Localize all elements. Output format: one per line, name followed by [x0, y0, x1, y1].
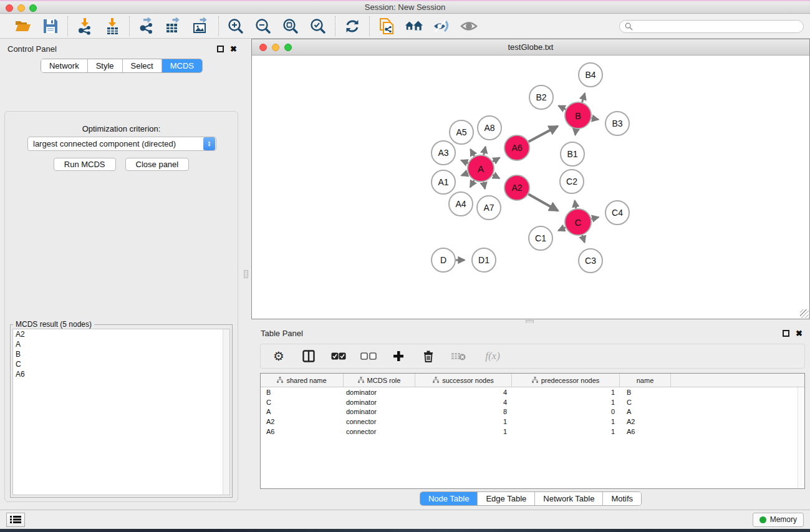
edge-A-A7[interactable]: [483, 182, 485, 189]
network-minimize-icon[interactable]: [272, 44, 279, 51]
close-window-icon[interactable]: [6, 4, 13, 12]
node-A5[interactable]: A5: [450, 120, 473, 144]
node-C[interactable]: C: [565, 209, 591, 235]
edge-A-A2[interactable]: [493, 175, 499, 178]
tab-mcds[interactable]: MCDS: [162, 59, 202, 72]
edge-B-B3[interactable]: [592, 118, 599, 119]
tab-style[interactable]: Style: [87, 59, 122, 72]
node-B1[interactable]: B1: [561, 142, 584, 166]
edge-B-B2[interactable]: [559, 106, 566, 110]
float-panel-icon[interactable]: [217, 46, 224, 52]
save-session-icon[interactable]: [41, 17, 60, 36]
edge-C-C2[interactable]: [575, 201, 576, 209]
edge-A-A8[interactable]: [484, 147, 486, 155]
close-panel-icon[interactable]: ✖: [230, 46, 237, 52]
node-C4[interactable]: C4: [605, 201, 629, 225]
edge-C-C3[interactable]: [582, 235, 585, 243]
table-row[interactable]: Cdominator41C: [261, 397, 804, 407]
zoom-selected-icon[interactable]: [309, 17, 327, 36]
column-header-successor-nodes[interactable]: successor nodes: [415, 374, 512, 387]
tab-node-table[interactable]: Node Table: [420, 492, 478, 505]
edge-C-C1[interactable]: [558, 228, 565, 231]
network-zoom-icon[interactable]: [284, 44, 292, 51]
function-builder-icon[interactable]: f(x): [480, 348, 505, 364]
import-network-icon[interactable]: [75, 17, 94, 36]
edge-A6-B[interactable]: [529, 126, 558, 142]
select-all-rows-icon[interactable]: [330, 348, 347, 364]
export-image-icon[interactable]: [192, 17, 211, 36]
zoom-window-icon[interactable]: [29, 4, 37, 12]
node-B[interactable]: B: [565, 102, 591, 128]
node-B3[interactable]: B3: [605, 112, 629, 135]
table-row[interactable]: A2connector11A2: [261, 417, 804, 427]
tab-select[interactable]: Select: [122, 59, 162, 72]
window-resize-grip[interactable]: [800, 309, 809, 318]
edge-A-A1[interactable]: [461, 173, 468, 176]
edge-B-B1[interactable]: [575, 129, 576, 135]
criterion-dropdown[interactable]: largest connected component (directed) ▲…: [27, 137, 216, 151]
task-history-button[interactable]: [6, 513, 25, 527]
node-A[interactable]: A: [468, 155, 494, 181]
deselect-all-rows-icon[interactable]: [360, 348, 377, 364]
table-scrollbar[interactable]: [798, 387, 804, 488]
node-A4[interactable]: A4: [449, 192, 473, 216]
clone-network-icon[interactable]: [377, 17, 396, 36]
column-header-name[interactable]: name: [620, 374, 671, 387]
export-network-icon[interactable]: [137, 17, 156, 36]
column-header-predecessor-nodes[interactable]: predecessor nodes: [512, 374, 620, 387]
node-A2[interactable]: A2: [504, 175, 529, 200]
edge-B-B4[interactable]: [582, 94, 584, 102]
refresh-layout-icon[interactable]: [343, 17, 362, 36]
zoom-in-icon[interactable]: [226, 17, 245, 36]
edge-A-A3[interactable]: [461, 160, 468, 163]
node-B4[interactable]: B4: [579, 63, 602, 87]
node-D1[interactable]: D1: [472, 248, 496, 272]
table-row[interactable]: Adominator80A: [261, 407, 804, 417]
node-A1[interactable]: A1: [432, 170, 455, 194]
edge-A-A4[interactable]: [470, 180, 474, 187]
node-A6[interactable]: A6: [504, 135, 529, 160]
vertical-splitter-handle[interactable]: [244, 270, 248, 278]
run-mcds-button[interactable]: Run MCDS: [54, 158, 116, 171]
node-A8[interactable]: A8: [478, 116, 501, 140]
result-scrollbar[interactable]: [223, 329, 230, 495]
minimize-window-icon[interactable]: [17, 4, 25, 12]
delete-table-icon[interactable]: [450, 348, 466, 364]
close-table-panel-icon[interactable]: ✖: [796, 330, 803, 337]
search-input[interactable]: [619, 20, 804, 33]
node-D[interactable]: D: [432, 248, 455, 272]
tab-edge-table[interactable]: Edge Table: [477, 492, 534, 505]
first-neighbors-icon[interactable]: [405, 17, 423, 36]
hide-selected-icon[interactable]: [432, 17, 451, 36]
tab-network[interactable]: Network: [41, 59, 87, 72]
node-A3[interactable]: A3: [432, 141, 455, 165]
table-row[interactable]: A6connector11A6: [261, 427, 804, 437]
node-C2[interactable]: C2: [560, 170, 584, 193]
tab-motifs[interactable]: Motifs: [602, 492, 641, 505]
edge-A-A6[interactable]: [493, 158, 499, 162]
node-A7[interactable]: A7: [477, 196, 501, 220]
node-C3[interactable]: C3: [579, 249, 602, 273]
open-file-icon[interactable]: [14, 17, 32, 36]
network-canvas[interactable]: AA1A2A3A4A5A6A7A8BB1B2B3B4CC1C2C3C4DD1: [252, 56, 809, 319]
show-all-icon[interactable]: [460, 17, 478, 36]
zoom-fit-icon[interactable]: [281, 17, 300, 36]
memory-button[interactable]: Memory: [753, 513, 804, 527]
zoom-out-icon[interactable]: [254, 17, 272, 36]
export-table-icon[interactable]: [165, 17, 183, 36]
float-table-panel-icon[interactable]: [783, 330, 789, 337]
edge-C-C4[interactable]: [591, 217, 598, 219]
edge-A2-C[interactable]: [528, 194, 557, 211]
column-header-shared-name[interactable]: shared name: [261, 374, 344, 387]
gear-icon[interactable]: ⚙: [271, 348, 287, 364]
edge-A-A5[interactable]: [471, 149, 475, 156]
table-row[interactable]: Bdominator41B: [261, 387, 804, 397]
delete-column-icon[interactable]: [420, 348, 436, 364]
add-column-icon[interactable]: [390, 348, 407, 364]
network-window-titlebar[interactable]: testGlobe.txt: [252, 39, 809, 56]
node-C1[interactable]: C1: [529, 226, 552, 250]
close-panel-button[interactable]: Close panel: [125, 158, 190, 171]
node-B2[interactable]: B2: [529, 85, 553, 109]
column-header-MCDS-role[interactable]: MCDS role: [344, 374, 415, 387]
split-columns-icon[interactable]: [301, 348, 317, 364]
